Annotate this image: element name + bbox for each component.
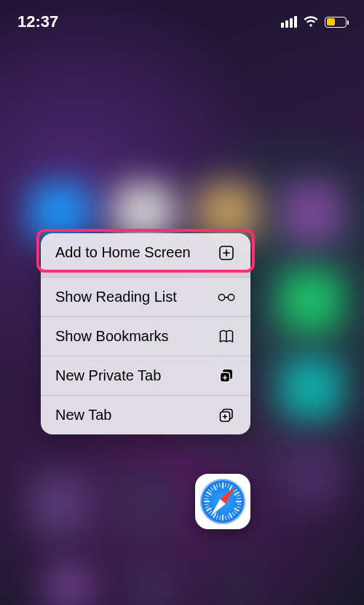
menu-item-label: Add to Home Screen	[55, 244, 191, 261]
menu-item-show-bookmarks[interactable]: Show Bookmarks	[41, 316, 250, 356]
status-indicators	[281, 16, 347, 28]
menu-item-add-to-home-screen[interactable]: Add to Home Screen	[41, 233, 250, 272]
status-time: 12:37	[17, 12, 58, 31]
safari-app-icon[interactable]	[195, 474, 250, 529]
glasses-icon	[217, 292, 236, 302]
menu-item-label: Show Reading List	[55, 289, 177, 305]
compass-icon	[200, 479, 245, 524]
book-icon	[217, 329, 236, 344]
menu-item-label: Show Bookmarks	[55, 328, 169, 345]
menu-item-label: New Private Tab	[55, 367, 161, 384]
menu-item-show-reading-list[interactable]: Show Reading List	[41, 278, 250, 316]
safari-context-menu: Add to Home Screen Show Reading List Sho…	[41, 233, 250, 434]
svg-point-2	[228, 294, 234, 300]
cellular-signal-icon	[281, 16, 297, 28]
menu-separator	[41, 272, 250, 278]
battery-icon	[325, 17, 347, 28]
wifi-icon	[303, 16, 319, 28]
menu-item-label: New Tab	[55, 407, 111, 424]
menu-item-new-tab[interactable]: New Tab	[41, 395, 250, 434]
svg-point-1	[218, 294, 224, 300]
status-bar: 12:37	[0, 0, 364, 44]
private-tabs-icon	[217, 368, 236, 384]
menu-item-new-private-tab[interactable]: New Private Tab	[41, 356, 250, 395]
plus-square-icon	[217, 245, 236, 261]
new-tab-icon	[217, 407, 236, 424]
